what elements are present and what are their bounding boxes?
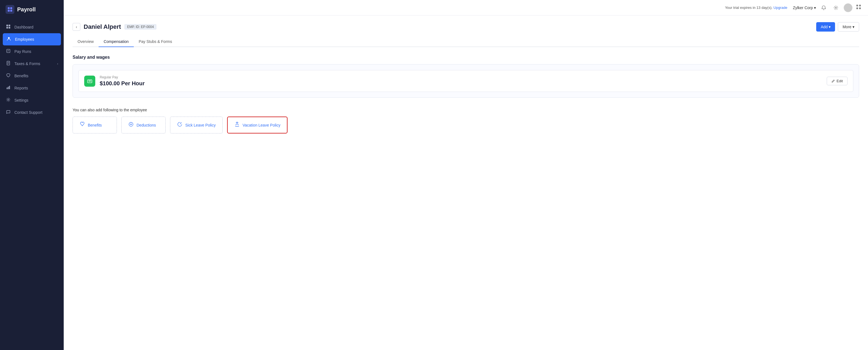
dashboard-icon <box>5 24 11 30</box>
logo-icon <box>5 5 14 14</box>
salary-card-wrapper: Regular Pay $100.00 Per Hour Edit <box>72 64 859 98</box>
svg-rect-0 <box>8 7 10 9</box>
salary-section-title: Salary and wages <box>72 55 859 60</box>
svg-rect-16 <box>7 88 7 89</box>
svg-point-20 <box>835 7 837 8</box>
svg-rect-4 <box>6 25 8 26</box>
sidebar: Payroll Dashboard Employees Pay Runs Tax… <box>0 0 64 350</box>
add-card-vacation-leave[interactable]: Vacation Leave Policy <box>227 117 288 133</box>
edit-button[interactable]: Edit <box>827 77 847 85</box>
emp-id-badge: EMP. ID: EP-0004 <box>124 24 157 30</box>
sidebar-item-benefits[interactable]: Benefits <box>0 70 64 82</box>
sidebar-item-pay-runs[interactable]: Pay Runs <box>0 45 64 58</box>
page-header-left: ‹ Daniel Alpert EMP. ID: EP-0004 <box>72 23 156 31</box>
add-section-title: You can also add following to the employ… <box>72 108 859 112</box>
svg-rect-18 <box>9 86 10 89</box>
svg-rect-25 <box>859 7 861 9</box>
svg-point-27 <box>91 81 91 82</box>
add-card-sick-leave[interactable]: Sick Leave Policy <box>170 117 223 133</box>
topbar: Your trial expires in 13 day(s). Upgrade… <box>64 0 868 15</box>
back-button[interactable]: ‹ <box>72 23 80 31</box>
sidebar-item-label: Reports <box>14 86 28 90</box>
svg-point-8 <box>8 37 10 39</box>
main-content: Your trial expires in 13 day(s). Upgrade… <box>64 0 868 350</box>
benefits-card-label: Benefits <box>88 123 102 127</box>
salary-card-left: Regular Pay $100.00 Per Hour <box>84 75 145 87</box>
page-content: ‹ Daniel Alpert EMP. ID: EP-0004 Add ▾ M… <box>64 15 868 350</box>
svg-point-19 <box>8 99 9 100</box>
sidebar-item-label: Settings <box>14 98 29 102</box>
sidebar-item-label: Dashboard <box>14 25 33 29</box>
sick-leave-card-icon <box>177 122 183 128</box>
sidebar-item-reports[interactable]: Reports <box>0 82 64 94</box>
page-title: Daniel Alpert <box>84 23 121 30</box>
pay-label: Regular Pay <box>100 75 145 79</box>
header-actions: Add ▾ More ▾ <box>816 22 859 32</box>
svg-rect-5 <box>8 25 10 26</box>
benefits-card-icon <box>80 122 85 128</box>
pay-details: Regular Pay $100.00 Per Hour <box>100 75 145 87</box>
sidebar-item-label: Contact Support <box>14 110 42 115</box>
vacation-leave-card-label: Vacation Leave Policy <box>243 123 281 127</box>
deductions-card-label: Deductions <box>136 123 156 127</box>
sidebar-item-label: Employees <box>15 37 34 41</box>
taxes-icon <box>5 61 11 66</box>
sidebar-item-label: Pay Runs <box>14 49 31 54</box>
trial-message: Your trial expires in 13 day(s). Upgrade <box>725 5 787 10</box>
reports-icon <box>5 85 11 91</box>
svg-rect-17 <box>8 87 9 89</box>
svg-rect-24 <box>856 7 858 9</box>
svg-rect-23 <box>859 5 861 6</box>
org-selector[interactable]: Zylker Corp ▾ <box>793 5 816 10</box>
sidebar-item-employees[interactable]: Employees <box>3 33 61 45</box>
contact-icon <box>5 110 11 115</box>
add-cards: Benefits Deductions Sick Leave Policy Va… <box>72 117 859 133</box>
chevron-right-icon: › <box>57 62 58 65</box>
sidebar-item-settings[interactable]: Settings <box>0 94 64 106</box>
sidebar-item-contact[interactable]: Contact Support <box>0 106 64 119</box>
page-header: ‹ Daniel Alpert EMP. ID: EP-0004 Add ▾ M… <box>72 22 859 32</box>
svg-rect-6 <box>6 27 8 29</box>
svg-rect-3 <box>10 10 12 12</box>
add-button[interactable]: Add ▾ <box>816 22 835 32</box>
svg-rect-7 <box>8 27 10 29</box>
tab-overview[interactable]: Overview <box>72 37 99 47</box>
vacation-leave-card-icon <box>234 122 240 128</box>
deductions-card-icon <box>128 122 134 128</box>
notifications-icon[interactable] <box>819 3 828 12</box>
sidebar-item-label: Taxes & Forms <box>14 61 40 66</box>
sick-leave-card-label: Sick Leave Policy <box>185 123 216 127</box>
settings-icon <box>5 97 11 103</box>
sidebar-nav: Dashboard Employees Pay Runs Taxes & For… <box>0 19 64 350</box>
tab-compensation[interactable]: Compensation <box>99 37 133 47</box>
employees-icon <box>6 37 12 42</box>
more-button[interactable]: More ▾ <box>838 22 859 32</box>
pay-icon <box>84 75 95 87</box>
edit-label: Edit <box>837 79 843 83</box>
settings-icon[interactable] <box>832 3 840 12</box>
salary-card: Regular Pay $100.00 Per Hour Edit <box>79 70 853 92</box>
svg-point-21 <box>847 6 849 8</box>
pay-amount: $100.00 Per Hour <box>100 80 145 87</box>
svg-rect-1 <box>10 7 12 9</box>
upgrade-link[interactable]: Upgrade <box>774 5 787 10</box>
org-chevron-icon: ▾ <box>814 5 816 10</box>
app-logo[interactable]: Payroll <box>0 0 64 19</box>
benefits-icon <box>5 73 11 78</box>
sidebar-item-taxes[interactable]: Taxes & Forms › <box>0 58 64 70</box>
user-avatar[interactable] <box>844 3 852 12</box>
svg-rect-9 <box>7 49 10 53</box>
sidebar-item-label: Benefits <box>14 74 29 78</box>
svg-rect-2 <box>8 10 10 12</box>
app-name: Payroll <box>17 6 36 13</box>
sidebar-item-dashboard[interactable]: Dashboard <box>0 21 64 33</box>
pay-runs-icon <box>5 49 11 54</box>
org-name: Zylker Corp <box>793 5 813 10</box>
tabs-bar: Overview Compensation Pay Stubs & Forms <box>72 37 859 47</box>
app-grid-icon[interactable] <box>856 4 861 11</box>
svg-rect-22 <box>856 5 858 6</box>
add-card-benefits[interactable]: Benefits <box>72 117 117 133</box>
add-card-deductions[interactable]: Deductions <box>121 117 166 133</box>
tab-pay-stubs[interactable]: Pay Stubs & Forms <box>134 37 177 47</box>
